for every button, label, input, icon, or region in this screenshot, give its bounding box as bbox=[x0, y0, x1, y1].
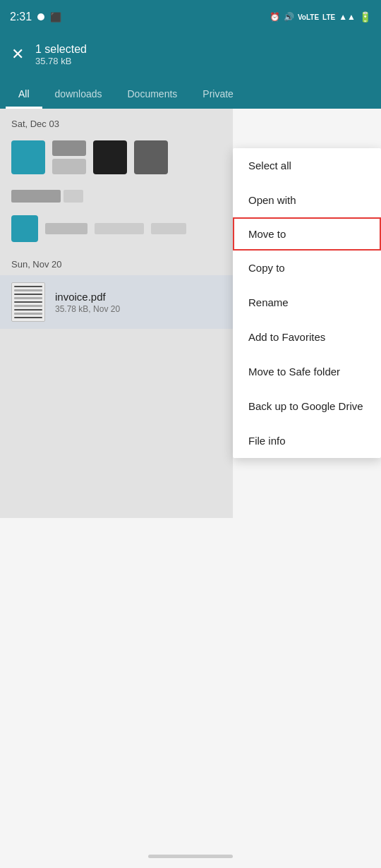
status-left: 2:31 ⬛ bbox=[10, 11, 61, 23]
volume-icon: 🔊 bbox=[284, 12, 294, 22]
pdf-line-5 bbox=[14, 301, 42, 303]
menu-item-backup-drive[interactable]: Back up to Google Drive bbox=[233, 389, 381, 423]
file-thumb-3[interactable] bbox=[93, 140, 127, 174]
toolbar: ✕ 1 selected 35.78 kB bbox=[0, 34, 381, 75]
status-time: 2:31 bbox=[10, 11, 32, 23]
tab-all[interactable]: All bbox=[6, 81, 42, 109]
file-thumb-4[interactable] bbox=[134, 140, 168, 174]
battery-icon: 🔋 bbox=[359, 11, 371, 23]
toolbar-info: 1 selected 35.78 kB bbox=[35, 43, 87, 66]
pdf-thumbnail bbox=[11, 282, 45, 322]
close-button[interactable]: ✕ bbox=[11, 45, 24, 64]
menu-item-open-with[interactable]: Open with bbox=[233, 183, 381, 217]
file-thumb-2-group bbox=[52, 140, 86, 174]
pdf-line-3 bbox=[14, 294, 42, 295]
status-dot bbox=[37, 13, 44, 20]
pdf-line-8 bbox=[14, 313, 42, 314]
alarm-icon: ⏰ bbox=[270, 12, 280, 22]
volte-label: VoLTE bbox=[298, 13, 319, 21]
bottom-nav-indicator bbox=[148, 855, 233, 858]
menu-item-move-to[interactable]: Move to bbox=[233, 217, 381, 251]
context-menu: Select all Open with Move to Copy to Ren… bbox=[233, 148, 381, 458]
strip-1[interactable] bbox=[11, 190, 61, 203]
file-thumb-2[interactable] bbox=[52, 140, 86, 156]
menu-item-safe-folder[interactable]: Move to Safe folder bbox=[233, 354, 381, 389]
pdf-line-2 bbox=[14, 289, 42, 291]
pdf-line-7 bbox=[14, 309, 42, 311]
menu-item-rename[interactable]: Rename bbox=[233, 285, 381, 320]
file-thumb-2b[interactable] bbox=[52, 159, 86, 174]
file-size: 35.78 kB bbox=[35, 56, 87, 66]
status-right: ⏰ 🔊 VoLTE LTE ▲▲ 🔋 bbox=[270, 11, 371, 23]
menu-item-add-favorites[interactable]: Add to Favorites bbox=[233, 320, 381, 354]
menu-item-file-info[interactable]: File info bbox=[233, 423, 381, 458]
content-area: Sat, Dec 03 Sun, Nov 20 bbox=[0, 109, 381, 868]
date-header-dec03: Sat, Dec 03 bbox=[0, 109, 381, 135]
lte-label: LTE bbox=[322, 13, 335, 21]
tabs-bar: All downloads Documents Private bbox=[0, 75, 381, 109]
pdf-line-6 bbox=[14, 305, 42, 306]
file-thumb-1[interactable] bbox=[11, 140, 45, 174]
file-thumb-5[interactable] bbox=[11, 215, 38, 242]
strip-3[interactable] bbox=[45, 223, 87, 234]
strip-group bbox=[11, 190, 83, 203]
tab-private[interactable]: Private bbox=[190, 81, 246, 109]
pdf-line-4 bbox=[14, 297, 42, 299]
strip-2[interactable] bbox=[64, 190, 83, 203]
strip-5[interactable] bbox=[151, 223, 186, 234]
tab-documents[interactable]: Documents bbox=[115, 81, 190, 109]
menu-item-copy-to[interactable]: Copy to bbox=[233, 251, 381, 285]
pdf-line-9 bbox=[14, 317, 42, 318]
selected-count: 1 selected bbox=[35, 43, 87, 56]
signal-icon: ▲▲ bbox=[339, 12, 356, 22]
notification-icon: ⬛ bbox=[50, 12, 61, 23]
strip-4[interactable] bbox=[95, 223, 144, 234]
tab-downloads[interactable]: downloads bbox=[42, 81, 115, 109]
menu-item-select-all[interactable]: Select all bbox=[233, 148, 381, 183]
status-bar: 2:31 ⬛ ⏰ 🔊 VoLTE LTE ▲▲ 🔋 bbox=[0, 0, 381, 34]
pdf-line-1 bbox=[14, 286, 42, 287]
